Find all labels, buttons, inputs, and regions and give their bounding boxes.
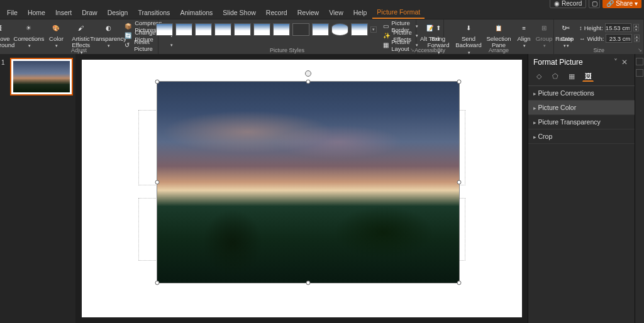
reset-icon: ↺ (125, 41, 131, 49)
color-button[interactable]: 🎨Color (45, 21, 67, 48)
resize-handle-w[interactable] (155, 180, 159, 185)
style-thumb[interactable] (351, 23, 368, 36)
border-icon: ▭ (383, 23, 389, 30)
format-picture-pane: Format Picture ˅✕ ◇ ⬠ ▦ 🖼 Picture Correc… (528, 54, 635, 323)
tab-home[interactable]: Home (23, 7, 50, 18)
tab-design[interactable]: Design (103, 7, 133, 18)
style-thumb[interactable] (312, 23, 329, 36)
style-thumb[interactable] (156, 23, 173, 36)
effects-tab[interactable]: ⬠ (550, 70, 561, 82)
tab-animations[interactable]: Animations (175, 7, 217, 18)
resize-handle-s[interactable] (306, 281, 310, 285)
width-spinner[interactable]: ▴▾ (634, 35, 640, 42)
resize-handle-e[interactable] (457, 180, 461, 185)
inserted-picture[interactable] (157, 82, 459, 283)
compress-icon: 📦 (125, 23, 132, 30)
remove-bg-icon: 🖼 (0, 22, 5, 35)
bring-forward-button[interactable]: ⬆Bring Forward (425, 21, 452, 55)
pane-category-tabs: ◇ ⬠ ▦ 🖼 (528, 68, 635, 86)
present-button[interactable]: ▢ (589, 0, 600, 8)
remove-background-button[interactable]: 🖼Remove Background (0, 21, 13, 49)
resize-handle-nw[interactable] (155, 80, 159, 84)
align-button[interactable]: ≡Align (515, 21, 533, 48)
group-button[interactable]: ⊞Group (535, 21, 553, 48)
slide-canvas[interactable] (82, 60, 522, 317)
artistic-icon: 🖌 (75, 22, 87, 35)
change-icon: 🔄 (125, 32, 132, 40)
forward-icon: ⬆ (432, 22, 445, 35)
tab-insert[interactable]: Insert (51, 7, 76, 18)
effects-icon: ✨ (383, 32, 391, 40)
record-button[interactable]: ◉ Record (550, 0, 586, 8)
width-input[interactable] (606, 34, 632, 43)
resize-handle-se[interactable] (457, 281, 461, 285)
backward-label: Send Backward (455, 36, 482, 49)
align-label: Align (517, 36, 530, 42)
width-icon: ↔ (579, 35, 586, 42)
section-picture-transparency[interactable]: Picture Transparency (528, 115, 635, 129)
corrections-button[interactable]: ☀Corrections (15, 21, 43, 48)
backward-icon: ⬇ (462, 22, 475, 35)
transparency-button[interactable]: ◐Transparency (94, 21, 122, 48)
tab-review[interactable]: Review (293, 7, 323, 18)
section-picture-color[interactable]: Picture Color (528, 101, 635, 115)
height-spinner[interactable]: ▴▾ (633, 24, 639, 31)
style-thumb[interactable] (292, 23, 309, 36)
rotation-handle[interactable] (305, 70, 311, 77)
transparency-label: Transparency (90, 36, 126, 42)
pane-close-button[interactable]: ✕ (619, 58, 630, 67)
crop-button[interactable]: ✂Crop (558, 21, 577, 48)
height-input[interactable] (605, 23, 631, 32)
tab-transitions[interactable]: Transitions (133, 7, 174, 18)
selection-pane-button[interactable]: 📋Selection Pane (485, 21, 513, 49)
fill-line-tab[interactable]: ◇ (533, 70, 545, 82)
slide-number: 1 (1, 59, 5, 66)
color-label: Color (49, 36, 64, 42)
tab-draw[interactable]: Draw (77, 7, 102, 18)
tab-record[interactable]: Record (262, 7, 292, 18)
style-thumb[interactable] (331, 23, 348, 36)
group-arrange: ⬆Bring Forward ⬇Send Backward 📋Selection… (444, 19, 554, 54)
tab-picture-format[interactable]: Picture Format (372, 6, 425, 19)
corrections-label: Corrections (14, 36, 45, 42)
section-picture-corrections[interactable]: Picture Corrections (528, 86, 635, 101)
styles-dialog-launcher[interactable]: ↘ (410, 47, 414, 53)
style-thumb[interactable] (273, 23, 290, 36)
tab-view[interactable]: View (325, 7, 348, 18)
resize-handle-sw[interactable] (155, 281, 159, 285)
ribbon-tabs: File Home Insert Draw Design Transitions… (0, 6, 644, 19)
workspace: 1 Format Picture ˅✕ ◇ (0, 54, 644, 323)
strip-button-2[interactable] (636, 69, 643, 77)
tab-help[interactable]: Help (349, 7, 372, 18)
slide-thumbnail[interactable]: 1 (3, 58, 73, 96)
picture-tab[interactable]: 🖼 (582, 70, 594, 82)
tab-slideshow[interactable]: Slide Show (218, 7, 260, 18)
share-button[interactable]: 🔗 Share ▾ (602, 0, 641, 8)
corrections-icon: ☀ (23, 22, 35, 35)
section-crop[interactable]: Crop (528, 129, 635, 144)
remove-bg-label: Remove Background (0, 36, 14, 49)
tab-file[interactable]: File (3, 7, 22, 18)
size-props-tab[interactable]: ▦ (566, 70, 577, 82)
style-thumb[interactable] (214, 23, 231, 36)
style-thumb[interactable] (175, 23, 192, 36)
styles-gallery[interactable]: ▾ (156, 21, 377, 36)
style-thumb[interactable] (195, 23, 212, 36)
style-thumb[interactable] (234, 23, 251, 36)
send-backward-button[interactable]: ⬇Send Backward (455, 21, 482, 55)
strip-button-1[interactable] (636, 58, 643, 65)
resize-handle-ne[interactable] (457, 80, 461, 84)
group-adjust-label: Adjust (71, 47, 87, 53)
slide-canvas-area[interactable] (75, 54, 528, 323)
group-styles-label: Picture Styles (270, 47, 304, 53)
gallery-more-button[interactable]: ▾ (370, 26, 377, 33)
size-dialog-launcher[interactable]: ↘ (638, 47, 642, 53)
title-bar: ◉ Record ▢ 🔗 Share ▾ (0, 0, 644, 6)
selection-icon: 📋 (492, 22, 505, 35)
resize-handle-n[interactable] (306, 80, 310, 84)
pane-options-button[interactable]: ˅ (612, 58, 619, 67)
slide-thumbnail-panel[interactable]: 1 (0, 54, 75, 323)
height-icon: ↕ (579, 25, 582, 31)
group-icon: ⊞ (538, 22, 550, 35)
style-thumb[interactable] (253, 23, 270, 36)
